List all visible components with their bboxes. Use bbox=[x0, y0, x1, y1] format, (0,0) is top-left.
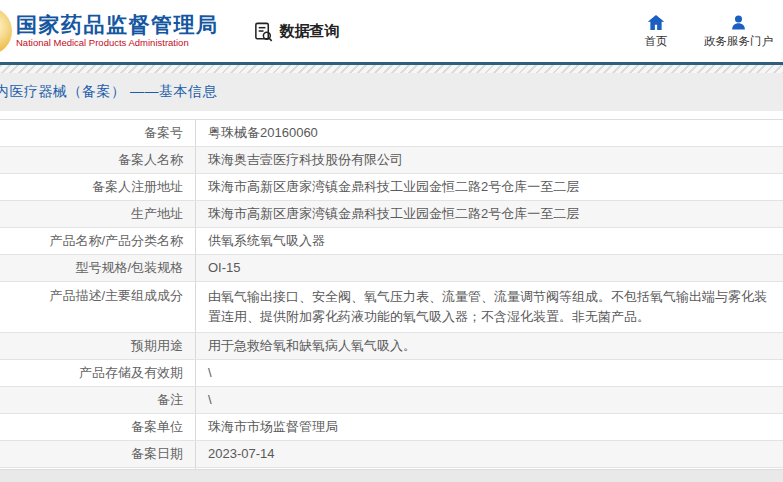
table-row: 备案单位 珠海市市场监督管理局 bbox=[0, 414, 783, 441]
org-name-en: National Medical Products Administration bbox=[16, 38, 219, 48]
row-label: 产品名称/产品分类名称 bbox=[0, 228, 196, 254]
row-label: 预期用途 bbox=[0, 333, 196, 359]
nav-data-query-label: 数据查询 bbox=[280, 22, 340, 41]
nav-portal[interactable]: 政务服务门户 bbox=[704, 14, 773, 49]
nav-portal-label: 政务服务门户 bbox=[704, 34, 773, 49]
data-query-icon bbox=[253, 21, 274, 42]
header-nav: 首页 政务服务门户 bbox=[634, 14, 773, 49]
row-label: 备注 bbox=[0, 387, 196, 413]
nav-home-label: 首页 bbox=[645, 34, 668, 49]
nav-home[interactable]: 首页 bbox=[634, 14, 678, 49]
row-value: \ bbox=[196, 387, 783, 413]
row-value: 珠海市市场监督管理局 bbox=[196, 414, 783, 440]
row-label: 产品描述/主要组成成分 bbox=[0, 282, 196, 332]
nav-data-query[interactable]: 数据查询 bbox=[253, 21, 340, 42]
row-value: 珠海市高新区唐家湾镇金鼎科技工业园金恒二路2号仓库一至二层 bbox=[196, 201, 783, 227]
table-row-description: 产品描述/主要组成成分 由氧气输出接口、安全阀、氧气压力表、流量管、流量调节阀等… bbox=[0, 282, 783, 333]
row-value: 由氧气输出接口、安全阀、氧气压力表、流量管、流量调节阀等组成。不包括氧气输出端与… bbox=[196, 282, 783, 332]
table-row: 备注 \ bbox=[0, 387, 783, 414]
table-row: 型号规格/包装规格 OI-15 bbox=[0, 255, 783, 282]
hatch-band bbox=[0, 65, 783, 73]
title-bar: 内医疗器械（备案） ——基本信息 bbox=[0, 73, 783, 111]
row-value: 珠海市高新区唐家湾镇金鼎科技工业园金恒二路2号仓库一至二层 bbox=[196, 174, 783, 200]
site-header: 国家药品监督管理局 National Medical Products Admi… bbox=[0, 0, 783, 62]
row-label: 备案日期 bbox=[0, 441, 196, 467]
row-value: 用于急救给氧和缺氧病人氧气吸入。 bbox=[196, 333, 783, 359]
table-row: 备案人注册地址 珠海市高新区唐家湾镇金鼎科技工业园金恒二路2号仓库一至二层 bbox=[0, 174, 783, 201]
row-value: OI-15 bbox=[196, 255, 783, 281]
home-icon bbox=[647, 14, 665, 31]
org-names: 国家药品监督管理局 National Medical Products Admi… bbox=[16, 13, 219, 49]
row-label: 产品存储及有效期 bbox=[0, 360, 196, 386]
row-label: 型号规格/包装规格 bbox=[0, 255, 196, 281]
page-title: 内医疗器械（备案） ——基本信息 bbox=[0, 83, 217, 101]
row-label: 备案单位 bbox=[0, 414, 196, 440]
footer-band bbox=[0, 469, 783, 482]
table-row: 备案人名称 珠海奥吉壹医疗科技股份有限公司 bbox=[0, 147, 783, 174]
row-value: 粤珠械备20160060 bbox=[196, 120, 783, 146]
table-row: 备案号 粤珠械备20160060 bbox=[0, 120, 783, 147]
table-row: 生产地址 珠海市高新区唐家湾镇金鼎科技工业园金恒二路2号仓库一至二层 bbox=[0, 201, 783, 228]
row-value: \ bbox=[196, 360, 783, 386]
row-label: 备案人名称 bbox=[0, 147, 196, 173]
user-icon bbox=[730, 14, 747, 31]
table-row: 备案日期 2023-07-14 bbox=[0, 441, 783, 468]
page: 国家药品监督管理局 National Medical Products Admi… bbox=[0, 0, 783, 482]
table-row: 产品存储及有效期 \ bbox=[0, 360, 783, 387]
nmpa-logo-icon bbox=[0, 7, 12, 55]
org-name-zh: 国家药品监督管理局 bbox=[16, 13, 219, 36]
registration-table: 备案号 粤珠械备20160060 备案人名称 珠海奥吉壹医疗科技股份有限公司 备… bbox=[0, 119, 783, 482]
row-label: 备案人注册地址 bbox=[0, 174, 196, 200]
row-label: 生产地址 bbox=[0, 201, 196, 227]
table-row: 预期用途 用于急救给氧和缺氧病人氧气吸入。 bbox=[0, 333, 783, 360]
row-label: 备案号 bbox=[0, 120, 196, 146]
row-value: 2023-07-14 bbox=[196, 441, 783, 467]
row-value: 珠海奥吉壹医疗科技股份有限公司 bbox=[196, 147, 783, 173]
table-row: 产品名称/产品分类名称 供氧系统氧气吸入器 bbox=[0, 228, 783, 255]
row-value: 供氧系统氧气吸入器 bbox=[196, 228, 783, 254]
